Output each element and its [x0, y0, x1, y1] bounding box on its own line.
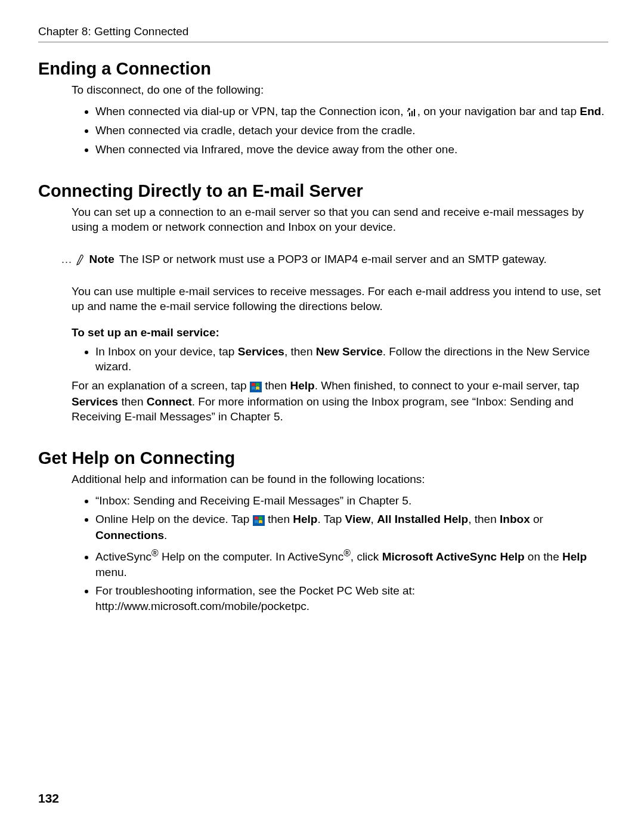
note-text: The ISP or network must use a POP3 or IM… [119, 252, 547, 267]
page-number: 132 [38, 791, 59, 806]
text: . [164, 529, 167, 541]
text: , then [468, 513, 500, 525]
registered-mark: ® [343, 548, 351, 558]
running-header: Chapter 8: Getting Connected [38, 25, 608, 42]
text-bold: Help [293, 513, 317, 525]
text: menu. [95, 566, 127, 578]
section1-bullet-list: When connected via dial-up or VPN, tap t… [72, 104, 608, 157]
text-bold: Connect [147, 395, 192, 408]
text-bold: Help [290, 379, 314, 392]
text-bold: All Installed Help [377, 513, 468, 525]
note-label: Note [89, 252, 114, 267]
subhead-setup-email: To set up an e-mail service: [72, 325, 608, 340]
pencil-icon [75, 253, 85, 265]
list-item: ActiveSync® Help on the computer. In Act… [95, 547, 608, 580]
svg-rect-0 [409, 113, 410, 116]
text-bold: New Service [316, 345, 383, 358]
text: In Inbox on your device, tap [95, 345, 238, 358]
windows-start-icon [250, 379, 262, 394]
svg-rect-1 [411, 111, 413, 116]
text: . [601, 105, 604, 117]
text: on the [525, 550, 562, 563]
text: When connected via dial-up or VPN, tap t… [95, 105, 407, 117]
list-item: When connected via dial-up or VPN, tap t… [95, 104, 608, 120]
text-bold: View [345, 513, 371, 525]
text: . When finished, to connect to your e-ma… [315, 379, 580, 392]
section2-p1: You can set up a connection to an e-mail… [72, 205, 608, 235]
list-item: For troubleshooting information, see the… [95, 583, 608, 614]
heading-ending-a-connection: Ending a Connection [38, 59, 608, 79]
list-item: Online Help on the device. Tap then Help… [95, 512, 608, 543]
text: . Tap [317, 513, 345, 525]
text: , on your navigation bar and tap [417, 105, 580, 117]
section1-intro: To disconnect, do one of the following: [72, 82, 608, 98]
list-item: “Inbox: Sending and Receiving E-mail Mes… [95, 493, 608, 509]
text: Help on the computer. In ActiveSync [159, 550, 344, 563]
windows-start-icon [253, 512, 265, 528]
text: Online Help on the device. Tap [95, 513, 253, 525]
text: then [265, 513, 293, 525]
section2-bullet-list: In Inbox on your device, tap Services, t… [72, 344, 608, 374]
text: , then [284, 345, 316, 358]
list-item: When connected via cradle, detach your d… [95, 123, 608, 138]
text-bold: Services [238, 345, 284, 358]
section3-intro: Additional help and information can be f… [72, 472, 608, 487]
text-bold: Connections [95, 529, 164, 541]
connection-icon [407, 104, 417, 120]
list-item: When connected via Infrared, move the de… [95, 142, 608, 157]
text: ActiveSync [95, 550, 151, 563]
section3-bullet-list: “Inbox: Sending and Receiving E-mail Mes… [72, 493, 608, 614]
text: or [530, 513, 543, 525]
section2-p3: For an explanation of a screen, tap then… [72, 378, 608, 425]
section2-p2: You can use multiple e-mail services to … [72, 284, 608, 314]
text: For an explanation of a screen, tap [72, 379, 250, 392]
note-block: … Note The ISP or network must use a POP… [61, 252, 608, 267]
text-bold: Services [72, 395, 118, 408]
text: , [371, 513, 377, 525]
registered-mark: ® [151, 548, 159, 558]
text-bold: Inbox [500, 513, 530, 525]
svg-rect-2 [414, 109, 415, 116]
note-dots-icon: … [61, 252, 73, 267]
heading-connecting-email-server: Connecting Directly to an E-mail Server [38, 181, 608, 201]
heading-get-help: Get Help on Connecting [38, 448, 608, 468]
text-bold: Microsoft ActiveSync Help [382, 550, 525, 563]
text-bold: End [580, 105, 601, 117]
text: then [262, 379, 290, 392]
text: , click [351, 550, 382, 563]
text: then [118, 395, 147, 408]
list-item: In Inbox on your device, tap Services, t… [95, 344, 608, 374]
text-bold: Help [562, 550, 587, 563]
